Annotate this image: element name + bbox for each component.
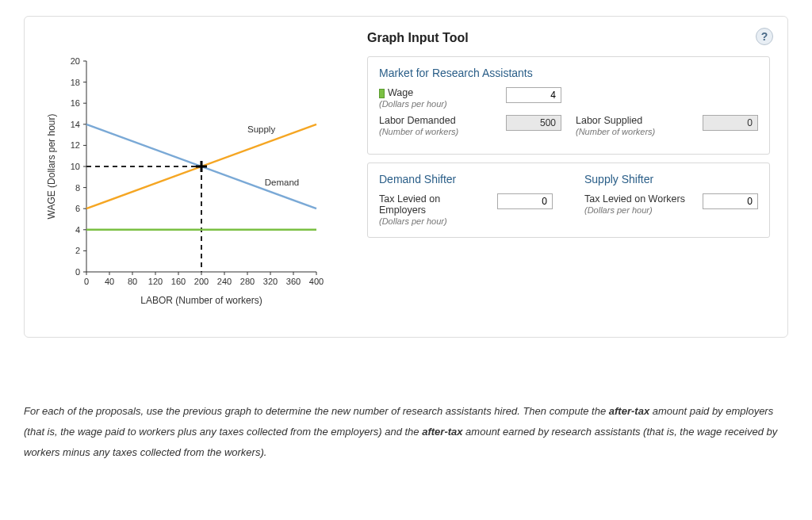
supply-shifter-title: Supply Shifter: [584, 173, 758, 185]
chart[interactable]: 0246810121416182004080120160200240280320…: [42, 53, 327, 315]
svg-text:6: 6: [75, 204, 80, 213]
svg-text:Demand: Demand: [265, 178, 299, 187]
svg-text:0: 0: [75, 267, 80, 277]
svg-text:80: 80: [128, 277, 137, 286]
svg-text:400: 400: [309, 277, 324, 286]
demand-shifter-title: Demand Shifter: [379, 173, 553, 185]
tax-employers-label: Tax Levied on Employers: [379, 193, 489, 216]
svg-text:2: 2: [75, 246, 80, 255]
market-section: Market for Research Assistants Wage (Dol…: [367, 56, 770, 155]
labor-demanded-label: Labor Demanded: [379, 115, 498, 126]
svg-text:0: 0: [84, 277, 89, 286]
svg-text:4: 4: [75, 225, 80, 235]
tax-employers-input[interactable]: [497, 193, 553, 209]
svg-text:10: 10: [71, 162, 80, 171]
svg-text:160: 160: [171, 277, 186, 286]
chart-column: 0246810121416182004080120160200240280320…: [42, 31, 343, 315]
labor-supplied-label: Labor Supplied: [576, 115, 695, 126]
svg-text:320: 320: [263, 277, 278, 286]
tax-workers-sublabel: (Dollars per hour): [584, 205, 695, 215]
controls-column: Graph Input Tool Market for Research Ass…: [367, 31, 770, 315]
svg-text:18: 18: [71, 78, 80, 87]
tax-workers-input[interactable]: [703, 193, 758, 209]
tax-employers-sublabel: (Dollars per hour): [379, 216, 489, 226]
wage-sublabel: (Dollars per hour): [379, 99, 498, 109]
svg-text:14: 14: [71, 120, 80, 129]
svg-text:16: 16: [71, 98, 80, 108]
svg-text:8: 8: [75, 183, 80, 193]
svg-text:WAGE (Dollars per hour): WAGE (Dollars per hour): [46, 114, 57, 220]
svg-text:240: 240: [217, 277, 232, 286]
wage-marker-icon: [379, 89, 385, 98]
svg-text:40: 40: [105, 277, 114, 286]
instructions-text: For each of the proposals, use the previ…: [24, 401, 788, 463]
svg-text:12: 12: [71, 140, 80, 150]
svg-text:200: 200: [194, 277, 209, 286]
svg-text:Supply: Supply: [247, 124, 275, 134]
tax-workers-label: Tax Levied on Workers: [584, 193, 695, 205]
shifter-section: Demand Shifter Tax Levied on Employers (…: [367, 162, 770, 238]
market-title: Market for Research Assistants: [379, 67, 758, 79]
graph-input-panel: ? 02468101214161820040801201602002402803…: [24, 16, 788, 338]
labor-demanded-sublabel: (Number of workers): [379, 127, 498, 136]
svg-text:360: 360: [286, 277, 301, 286]
labor-supplied-value: 0: [703, 115, 758, 131]
tool-title: Graph Input Tool: [367, 31, 770, 45]
wage-label: Wage: [379, 87, 498, 98]
wage-input[interactable]: [506, 87, 561, 103]
labor-supplied-sublabel: (Number of workers): [576, 127, 695, 136]
svg-text:280: 280: [240, 277, 255, 286]
labor-demanded-value: 500: [506, 115, 561, 131]
svg-text:20: 20: [71, 56, 80, 66]
svg-text:120: 120: [148, 277, 163, 286]
svg-text:LABOR (Number of workers): LABOR (Number of workers): [140, 295, 262, 306]
